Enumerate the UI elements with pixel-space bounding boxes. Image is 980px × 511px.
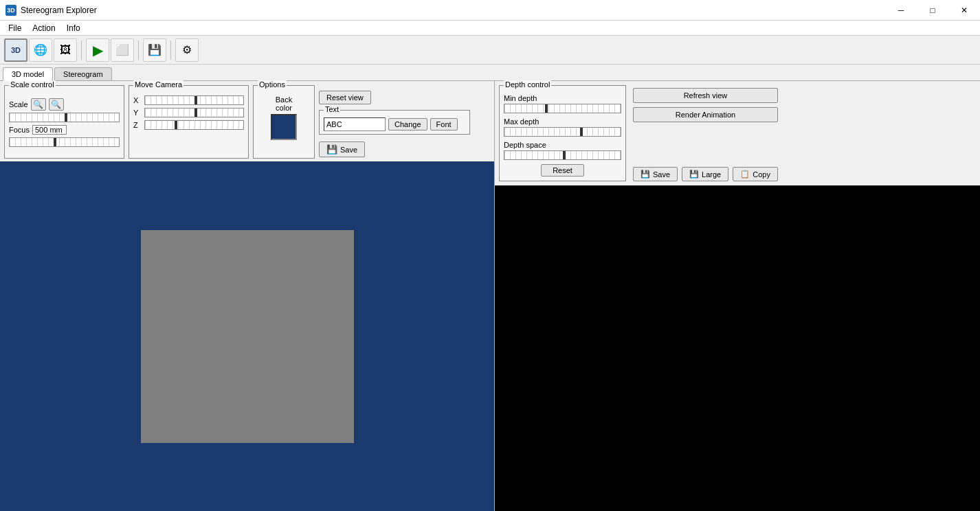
min-depth-slider[interactable] (504, 104, 621, 113)
save-label: Save (340, 146, 357, 154)
change-button[interactable]: Change (388, 118, 427, 130)
z-slider[interactable] (144, 120, 244, 130)
text-control-box: Text Change Font (319, 110, 470, 135)
scale-control-label: Scale control (9, 80, 56, 89)
maximize-button[interactable]: □ (917, 0, 948, 21)
menu-file[interactable]: File (3, 22, 27, 34)
save-button[interactable]: 💾 Save (319, 141, 365, 157)
options-label: Options (258, 80, 287, 89)
font-button[interactable]: Font (430, 118, 458, 130)
max-depth-label: Max depth (504, 117, 621, 126)
focus-slider[interactable] (9, 137, 120, 147)
toolbar-play-button[interactable]: ▶ (86, 38, 109, 62)
right-save-button[interactable]: 💾 Save (633, 167, 678, 181)
toolbar-3d-button[interactable]: 3D (4, 38, 27, 62)
reset-view-button[interactable]: Reset view (319, 91, 371, 104)
toolbar-cube-button[interactable]: ⬜ (111, 38, 134, 62)
window-controls: ─ □ ✕ (885, 0, 980, 21)
toolbar-separator-3 (170, 41, 171, 60)
depth-control-label: Depth control (504, 80, 551, 89)
x-slider[interactable] (144, 95, 244, 105)
depth-reset-button[interactable]: Reset (541, 164, 584, 177)
scale-slider[interactable] (9, 113, 120, 122)
min-depth-label: Min depth (504, 94, 621, 102)
app-icon: 3D (5, 5, 16, 16)
text-control-label: Text (324, 105, 340, 113)
zoom-in-button[interactable]: 🔍 (31, 98, 46, 111)
options-box: Options Backcolor (253, 85, 315, 159)
stereogram-view-area (495, 185, 980, 511)
z-label: Z (133, 121, 142, 129)
menu-info[interactable]: Info (61, 22, 86, 34)
move-camera-label: Move Camera (133, 80, 183, 89)
tab-bar: 3D model Stereogram (0, 65, 980, 81)
tab-stereogram[interactable]: Stereogram (54, 67, 111, 80)
save-icon: 💾 (326, 144, 337, 155)
left-panel: Scale control Scale 🔍 🔍 Focus 500 mm (0, 81, 495, 511)
y-label: Y (133, 109, 142, 117)
copy-button[interactable]: 📋 Copy (733, 167, 778, 181)
3d-model-rect (141, 230, 354, 443)
3d-view-area (0, 161, 494, 511)
right-top-controls: Depth control Min depth Max depth (495, 81, 980, 185)
depth-space-label: Depth space (504, 141, 621, 149)
controls-row: Scale control Scale 🔍 🔍 Focus 500 mm (0, 81, 494, 161)
right-panel: Depth control Min depth Max depth (495, 81, 980, 511)
main-content: Scale control Scale 🔍 🔍 Focus 500 mm (0, 81, 980, 511)
toolbar-sphere-button[interactable]: 🌐 (29, 38, 52, 62)
tab-3d-model[interactable]: 3D model (3, 67, 53, 81)
menu-action[interactable]: Action (27, 22, 60, 34)
title-bar: 3D Stereogram Explorer ─ □ ✕ (0, 0, 980, 21)
title-text: Stereogram Explorer (21, 5, 97, 15)
close-button[interactable]: ✕ (948, 0, 980, 21)
right-save-icon: 💾 (641, 170, 650, 179)
x-label: X (133, 96, 142, 104)
text-input[interactable] (324, 117, 386, 131)
toolbar-settings-button[interactable]: ⚙ (175, 38, 199, 62)
scale-control-box: Scale control Scale 🔍 🔍 Focus 500 mm (4, 85, 124, 159)
large-icon: 💾 (689, 170, 699, 179)
render-animation-button[interactable]: Render Animation (633, 107, 778, 122)
menu-bar: File Action Info (0, 21, 980, 36)
max-depth-slider[interactable] (504, 127, 621, 137)
zoom-out-button[interactable]: 🔍 (49, 98, 64, 111)
copy-icon: 📋 (740, 170, 750, 179)
focus-value: 500 mm (32, 125, 67, 135)
toolbar-separator-1 (81, 41, 82, 60)
focus-label: Focus (9, 126, 30, 134)
minimize-button[interactable]: ─ (885, 0, 917, 21)
large-label: Large (702, 170, 721, 179)
large-button[interactable]: 💾 Large (682, 167, 728, 181)
controls-right: Reset view Text Change Font 💾 Save (319, 85, 490, 159)
scale-text-label: Scale (9, 100, 28, 109)
refresh-view-button[interactable]: Refresh view (633, 88, 778, 103)
depth-control-box: Depth control Min depth Max depth (499, 85, 626, 181)
toolbar-separator-2 (138, 41, 139, 60)
toolbar: 3D 🌐 🖼 ▶ ⬜ 💾 ⚙ (0, 36, 980, 65)
right-save-label: Save (653, 170, 670, 179)
toolbar-save-button[interactable]: 💾 (143, 38, 166, 62)
y-slider[interactable] (144, 108, 244, 117)
back-color-label: Backcolor (258, 95, 310, 112)
move-camera-box: Move Camera X Y Z (129, 85, 249, 159)
back-color-swatch[interactable] (271, 114, 297, 140)
depth-space-slider[interactable] (504, 150, 621, 160)
copy-label: Copy (753, 170, 770, 179)
toolbar-texture-button[interactable]: 🖼 (54, 38, 77, 62)
